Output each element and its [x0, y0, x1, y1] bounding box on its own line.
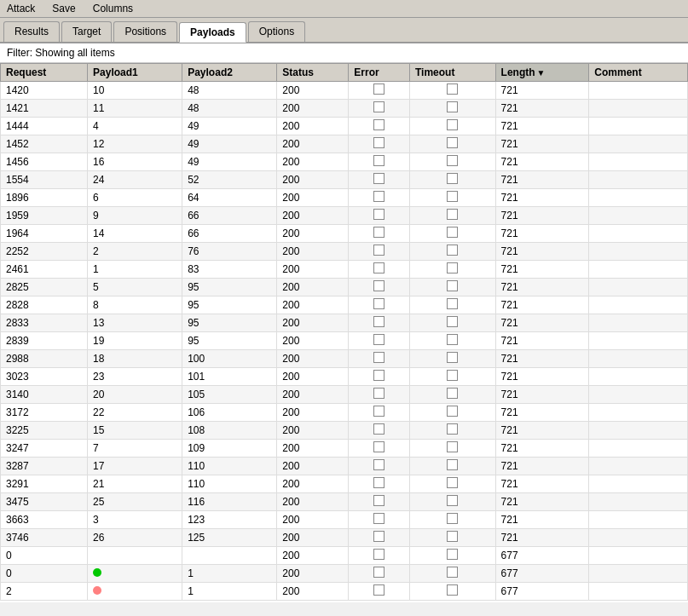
error-checkbox[interactable]: [373, 245, 384, 256]
timeout-checkbox[interactable]: [447, 191, 458, 202]
error-checkbox[interactable]: [373, 280, 384, 291]
tab-payloads[interactable]: Payloads: [179, 22, 246, 43]
timeout-checkbox[interactable]: [447, 495, 458, 506]
timeout-checkbox[interactable]: [447, 155, 458, 166]
table-row[interactable]: 1896664200721: [1, 189, 688, 207]
error-checkbox[interactable]: [373, 477, 384, 488]
table-row[interactable]: 36633123200721: [1, 511, 688, 529]
error-checkbox[interactable]: [373, 101, 384, 112]
table-row[interactable]: 302323101200721: [1, 368, 688, 386]
table-row[interactable]: 28391995200721: [1, 332, 688, 350]
col-payload2[interactable]: Payload2: [182, 64, 277, 82]
timeout-checkbox[interactable]: [447, 227, 458, 238]
tab-positions[interactable]: Positions: [113, 21, 177, 42]
table-row[interactable]: 14201048200721: [1, 82, 688, 100]
col-timeout[interactable]: Timeout: [409, 64, 495, 82]
error-checkbox[interactable]: [373, 191, 384, 202]
error-checkbox[interactable]: [373, 441, 384, 452]
table-row[interactable]: 2828895200721: [1, 296, 688, 314]
timeout-checkbox[interactable]: [447, 173, 458, 184]
timeout-checkbox[interactable]: [447, 316, 458, 327]
timeout-checkbox[interactable]: [447, 352, 458, 363]
error-checkbox[interactable]: [373, 227, 384, 238]
table-row[interactable]: 19641466200721: [1, 225, 688, 243]
error-checkbox[interactable]: [373, 352, 384, 363]
table-row[interactable]: 14211148200721: [1, 100, 688, 118]
error-checkbox[interactable]: [373, 423, 384, 435]
timeout-checkbox[interactable]: [447, 245, 458, 256]
table-row[interactable]: 374626125200721: [1, 529, 688, 547]
table-row[interactable]: 1444449200721: [1, 118, 688, 135]
col-length[interactable]: Length▼: [495, 64, 589, 82]
timeout-checkbox[interactable]: [447, 83, 458, 95]
table-row[interactable]: 298818100200721: [1, 350, 688, 368]
table-row[interactable]: 14521249200721: [1, 135, 688, 153]
table-row[interactable]: 347525116200721: [1, 493, 688, 511]
tab-options[interactable]: Options: [248, 21, 305, 42]
timeout-checkbox[interactable]: [447, 567, 458, 578]
table-row[interactable]: 14561649200721: [1, 153, 688, 171]
error-checkbox[interactable]: [373, 173, 384, 184]
error-checkbox[interactable]: [373, 549, 384, 560]
error-checkbox[interactable]: [373, 495, 384, 506]
table-row[interactable]: 2461183200721: [1, 261, 688, 279]
timeout-checkbox[interactable]: [447, 388, 458, 399]
menu-columns[interactable]: Columns: [90, 2, 136, 15]
timeout-checkbox[interactable]: [447, 298, 458, 309]
timeout-checkbox[interactable]: [447, 101, 458, 112]
table-row[interactable]: 322515108200721: [1, 422, 688, 440]
table-row[interactable]: 2252276200721: [1, 243, 688, 261]
error-checkbox[interactable]: [373, 298, 384, 309]
error-checkbox[interactable]: [373, 316, 384, 327]
error-checkbox[interactable]: [373, 567, 384, 578]
error-checkbox[interactable]: [373, 262, 384, 273]
col-status[interactable]: Status: [277, 64, 349, 82]
error-checkbox[interactable]: [373, 406, 384, 417]
error-checkbox[interactable]: [373, 334, 384, 345]
timeout-checkbox[interactable]: [447, 513, 458, 524]
error-checkbox[interactable]: [373, 209, 384, 220]
timeout-checkbox[interactable]: [447, 119, 458, 130]
error-checkbox[interactable]: [373, 119, 384, 130]
error-checkbox[interactable]: [373, 137, 384, 148]
timeout-checkbox[interactable]: [447, 423, 458, 435]
error-checkbox[interactable]: [373, 388, 384, 399]
col-request[interactable]: Request: [1, 64, 88, 82]
col-comment[interactable]: Comment: [589, 64, 688, 82]
error-checkbox[interactable]: [373, 584, 384, 596]
error-checkbox[interactable]: [373, 513, 384, 524]
table-row[interactable]: 317222106200721: [1, 404, 688, 422]
timeout-checkbox[interactable]: [447, 262, 458, 273]
timeout-checkbox[interactable]: [447, 459, 458, 470]
table-row[interactable]: 28331395200721: [1, 314, 688, 332]
timeout-checkbox[interactable]: [447, 209, 458, 220]
table-row[interactable]: 2825595200721: [1, 279, 688, 296]
tab-results[interactable]: Results: [3, 21, 60, 42]
error-checkbox[interactable]: [373, 83, 384, 95]
timeout-checkbox[interactable]: [447, 477, 458, 488]
table-row[interactable]: 314020105200721: [1, 386, 688, 404]
timeout-checkbox[interactable]: [447, 137, 458, 148]
table-row[interactable]: 01200677: [1, 565, 688, 583]
error-checkbox[interactable]: [373, 370, 384, 381]
error-checkbox[interactable]: [373, 155, 384, 166]
timeout-checkbox[interactable]: [447, 531, 458, 542]
table-row[interactable]: 15542452200721: [1, 171, 688, 189]
col-payload1[interactable]: Payload1: [88, 64, 182, 82]
menu-save[interactable]: Save: [49, 2, 78, 15]
tab-target[interactable]: Target: [61, 21, 112, 42]
timeout-checkbox[interactable]: [447, 334, 458, 345]
error-checkbox[interactable]: [373, 531, 384, 542]
col-error[interactable]: Error: [349, 64, 410, 82]
table-row[interactable]: 21200677: [1, 583, 688, 601]
timeout-checkbox[interactable]: [447, 280, 458, 291]
error-checkbox[interactable]: [373, 459, 384, 470]
timeout-checkbox[interactable]: [447, 549, 458, 560]
table-row[interactable]: 329121110200721: [1, 475, 688, 493]
timeout-checkbox[interactable]: [447, 370, 458, 381]
timeout-checkbox[interactable]: [447, 406, 458, 417]
menu-attack[interactable]: Attack: [3, 2, 38, 15]
table-row[interactable]: 0200677: [1, 547, 688, 565]
table-row[interactable]: 1959966200721: [1, 207, 688, 225]
table-row[interactable]: 328717110200721: [1, 458, 688, 475]
